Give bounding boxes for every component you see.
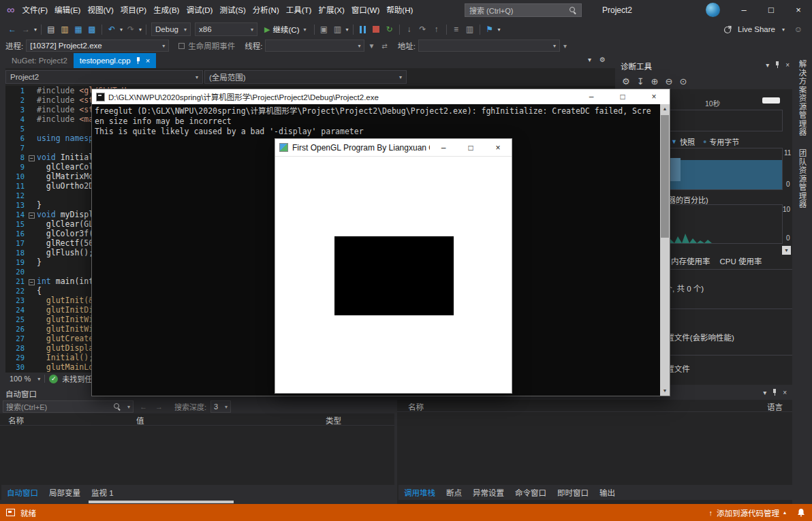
open-file-icon[interactable]: ▥ [59, 25, 71, 34]
right-strip-tab-1[interactable]: 解决方案资源管理器 [797, 60, 808, 137]
column-type[interactable]: 类型 [326, 415, 341, 426]
auto-hide-pin-icon[interactable] [775, 61, 780, 69]
stop-debugging-icon[interactable] [373, 26, 379, 33]
break-all-icon[interactable] [360, 26, 366, 33]
console-minimize-button[interactable]: – [576, 89, 607, 104]
step-over-icon[interactable]: ↷ [417, 25, 429, 34]
menu-item-10[interactable]: 扩展(X) [315, 0, 347, 20]
undo-icon[interactable]: ↶ [106, 25, 118, 34]
panel-close-icon[interactable]: × [783, 389, 787, 396]
fold-collapse-icon[interactable]: − [29, 279, 35, 285]
source-control-caret-icon[interactable]: ▴ [783, 509, 786, 516]
solution-config-dropdown[interactable]: Debug ▾ [151, 22, 191, 36]
tab-options-gear-icon[interactable]: ⚙ [599, 56, 606, 63]
column-name[interactable]: 名称 [408, 401, 424, 412]
opengl-window[interactable]: First OpenGL Program By Liangxuan Guo – … [275, 138, 512, 394]
redo-dropdown-icon[interactable]: ▾ [139, 27, 142, 33]
search-depth-dropdown[interactable]: 3 ▾ [210, 400, 231, 413]
navigate-back-icon[interactable]: ← [6, 25, 18, 34]
quick-search-box[interactable]: 搜索 (Ctrl+Q) [465, 3, 582, 17]
menu-item-2[interactable]: 编辑(E) [51, 0, 84, 20]
diag-tab-3[interactable]: 内存使用率 [671, 255, 710, 266]
new-file-icon[interactable]: ▤ [45, 25, 57, 34]
diag-tab-4[interactable]: CPU 使用率 [720, 255, 762, 266]
redo-icon[interactable]: ↷ [125, 25, 137, 34]
maximize-button[interactable]: □ [758, 0, 785, 20]
platform-dropdown[interactable]: x86 ▾ [195, 22, 257, 36]
continue-button[interactable]: ▶ 继续(C) ▾ [261, 22, 309, 37]
live-share-dropdown-icon[interactable]: ▾ [782, 27, 785, 33]
lifecycle-events-button[interactable]: 生命周期事件 [178, 40, 235, 51]
scrollbar-down-icon[interactable]: ▼ [782, 246, 791, 255]
column-language[interactable]: 语言 [767, 401, 783, 412]
menu-item-5[interactable]: 生成(B) [150, 0, 183, 20]
snapshot-icon[interactable]: ▥ [332, 25, 344, 34]
autos-tab-3[interactable]: 监视 1 [86, 487, 119, 498]
zoom-out-icon[interactable]: ⊖ [665, 76, 672, 86]
console-close-button[interactable]: × [638, 89, 670, 104]
pin-icon[interactable] [136, 57, 141, 65]
tab-testopengl-cpp[interactable]: testopengl.cpp × [74, 53, 156, 68]
callstack-tab-3[interactable]: 异常设置 [467, 487, 510, 498]
menu-item-9[interactable]: 工具(T) [283, 0, 315, 20]
feedback-icon[interactable]: ☺ [792, 25, 805, 34]
menu-item-1[interactable]: 文件(F) [18, 0, 51, 20]
health-indicator-icon[interactable]: ✓ [49, 375, 58, 383]
export-icon[interactable]: ↧ [637, 76, 644, 86]
autos-grid-body[interactable] [0, 426, 394, 485]
close-button[interactable]: × [785, 0, 812, 20]
console-maximize-button[interactable]: □ [607, 89, 638, 104]
autos-search-input[interactable]: 搜索(Ctrl+E) ▾ [3, 400, 134, 413]
callstack-tab-5[interactable]: 即时窗口 [552, 487, 594, 498]
menu-item-7[interactable]: 测试(S) [216, 0, 249, 20]
console-title-bar[interactable]: D:\GLX\NWPU\2020spring\计算机图形学\Project\Pr… [92, 89, 670, 104]
add-to-source-control-button[interactable]: 添加到源代码管理 [717, 507, 779, 518]
navigate-forward-icon[interactable]: → [20, 25, 32, 34]
callstack-tab-4[interactable]: 命令窗口 [510, 487, 552, 498]
callstack-tab-2[interactable]: 断点 [441, 487, 467, 498]
timeline-slider[interactable] [762, 97, 780, 104]
attach-process-icon[interactable]: ▣ [318, 25, 330, 34]
document-outline-icon[interactable]: ▥ [464, 25, 476, 34]
right-strip-tab-2[interactable]: 团队资源管理器 [797, 149, 808, 209]
opengl-close-button[interactable]: × [484, 139, 512, 157]
fold-collapse-icon[interactable]: − [29, 155, 35, 161]
zoom-in-icon[interactable]: ⊕ [651, 76, 659, 86]
global-scope-dropdown[interactable]: (全局范围) ▾ [204, 70, 407, 84]
menu-item-6[interactable]: 调试(D) [183, 0, 216, 20]
save-all-icon[interactable]: ▩ [86, 25, 98, 34]
background-tasks-icon[interactable] [6, 509, 15, 516]
live-share-button[interactable]: Live Share [738, 25, 775, 33]
call-stack-body[interactable] [397, 412, 792, 485]
settings-gear-icon[interactable]: ⚙ [622, 76, 630, 86]
navigate-dropdown-icon[interactable]: ▾ [34, 27, 37, 33]
search-next-icon[interactable]: → [155, 402, 163, 411]
console-scrollbar[interactable]: ▲ ▼ [660, 104, 670, 396]
user-avatar[interactable] [706, 3, 720, 17]
opengl-title-bar[interactable]: First OpenGL Program By Liangxuan Guo – … [275, 139, 512, 157]
column-value[interactable]: 值 [136, 415, 144, 426]
window-position-icon[interactable]: ▾ [763, 389, 766, 396]
minimize-button[interactable]: – [730, 0, 758, 20]
notifications-bell-icon[interactable] [797, 508, 805, 517]
filter-icon[interactable]: ▼ [368, 42, 375, 50]
thread-dropdown[interactable]: ▾ [265, 40, 364, 52]
scroll-up-icon[interactable]: ▲ [660, 104, 670, 114]
show-output-icon[interactable]: ≡ [450, 25, 463, 34]
save-icon[interactable]: ▦ [72, 25, 84, 34]
toolbar-options-icon[interactable]: ▾ [498, 27, 501, 33]
tab-close-icon[interactable]: × [146, 57, 150, 65]
scrollbar-thumb[interactable] [89, 501, 234, 503]
autos-tab-1[interactable]: 自动窗口 [1, 487, 44, 498]
search-prev-icon[interactable]: ← [140, 402, 147, 411]
document-list-icon[interactable]: ▾ [588, 56, 591, 63]
zoom-control[interactable]: 100 % ▾ [10, 375, 40, 383]
restart-icon[interactable]: ↻ [384, 25, 396, 34]
opengl-minimize-button[interactable]: – [430, 139, 457, 157]
process-dropdown[interactable]: [10372] Project2.exe ▾ [26, 40, 169, 52]
scroll-down-icon[interactable]: ▼ [660, 386, 670, 396]
fold-collapse-icon[interactable]: − [29, 212, 35, 219]
step-out-icon[interactable]: ↑ [431, 25, 443, 34]
panel-close-icon[interactable]: × [785, 61, 790, 69]
step-into-icon[interactable]: ↓ [403, 25, 416, 34]
